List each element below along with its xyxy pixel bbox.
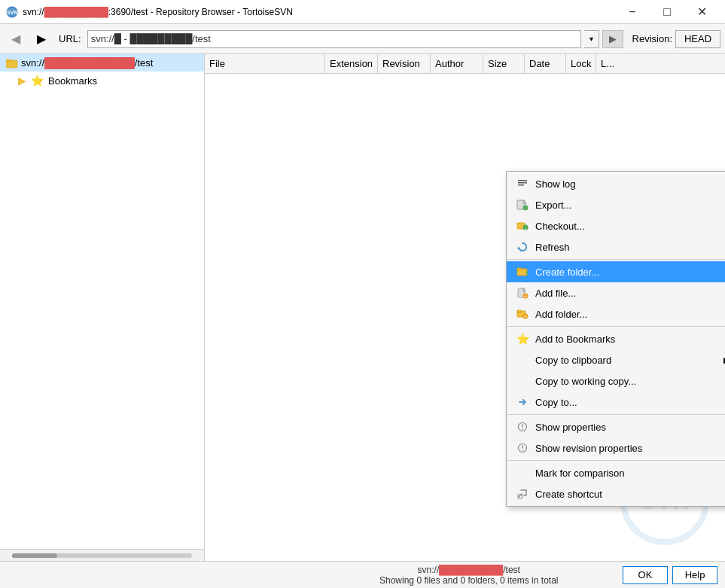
hscroll-track: [12, 553, 192, 558]
ctx-show-revision-props-label: Show revision properties: [535, 443, 642, 454]
ctx-separator-2: [507, 326, 725, 327]
context-menu: Show log ↓ Export... ↓ Checkout...: [506, 171, 725, 507]
title-bar-left: SVN svn://██████████:3690/test - Reposit…: [6, 6, 293, 18]
ctx-export-label: Export...: [535, 200, 571, 211]
help-button[interactable]: Help: [672, 566, 717, 584]
col-header-extension[interactable]: Extension: [325, 54, 378, 73]
col-header-date[interactable]: Date: [525, 54, 566, 73]
ctx-refresh[interactable]: Refresh: [507, 236, 725, 257]
ctx-copy-to[interactable]: Copy to...: [507, 391, 725, 413]
col-header-file[interactable]: File: [205, 54, 325, 73]
add-file-icon: +: [516, 286, 529, 300]
maximize-button[interactable]: □: [650, 0, 684, 24]
tree-view: svn://█████████████/test ▶ ⭐ Bookmarks: [0, 54, 204, 549]
svg-text:↓: ↓: [524, 225, 527, 230]
svg-text:+: +: [524, 293, 528, 300]
ctx-create-shortcut[interactable]: Create shortcut: [507, 483, 725, 504]
bookmarks-icon: ⭐: [516, 332, 529, 346]
ctx-checkout[interactable]: ↓ Checkout...: [507, 215, 725, 236]
ctx-add-bookmarks[interactable]: ⭐ Add to Bookmarks: [507, 328, 725, 349]
ctx-add-file-label: Add file...: [535, 288, 576, 299]
show-log-icon: [516, 177, 529, 190]
revision-label: Revision:: [632, 33, 672, 44]
mark-comparison-icon: [516, 466, 529, 480]
ctx-separator-1: [507, 259, 725, 260]
window-controls: − □ ✕: [615, 0, 719, 24]
ctx-create-folder[interactable]: + Create folder...: [507, 261, 725, 282]
tree-root-item[interactable]: svn://█████████████/test: [0, 54, 204, 72]
svg-text:SVN: SVN: [7, 10, 17, 15]
add-folder-icon: +: [516, 307, 529, 321]
checkout-icon: ↓: [516, 219, 529, 233]
chevron-down-icon: ▾: [589, 35, 593, 43]
create-shortcut-icon: [516, 487, 529, 501]
col-header-lock[interactable]: Lock: [566, 54, 596, 73]
copy-clipboard-icon: [516, 353, 529, 367]
status-bar: svn://██████████/test Showing 0 files an…: [0, 561, 725, 588]
hscroll-thumb: [12, 553, 57, 558]
bookmarks-item[interactable]: ▶ ⭐ Bookmarks: [0, 72, 204, 90]
ctx-mark-comparison-label: Mark for comparison: [535, 468, 624, 479]
col-header-more[interactable]: L...: [596, 54, 626, 73]
ctx-create-shortcut-label: Create shortcut: [535, 489, 602, 500]
forward-button[interactable]: ▶: [30, 29, 53, 50]
ctx-copy-working-label: Copy to working copy...: [535, 376, 636, 387]
ctx-export[interactable]: ↓ Export...: [507, 194, 725, 215]
svg-rect-7: [518, 182, 527, 184]
redacted-host: ██████████: [44, 7, 108, 17]
svg-text:+: +: [524, 313, 528, 320]
refresh-icon: [516, 240, 529, 254]
svg-text:+: +: [525, 269, 529, 277]
expand-icon: ▶: [18, 75, 26, 87]
title-bar: SVN svn://██████████:3690/test - Reposit…: [0, 0, 725, 24]
close-button[interactable]: ✕: [684, 0, 719, 24]
col-header-author[interactable]: Author: [431, 54, 483, 73]
ctx-add-folder-label: Add folder...: [535, 309, 587, 320]
status-info: Showing 0 files and 0 folders, 0 items i…: [315, 575, 623, 586]
ctx-add-folder[interactable]: + Add folder...: [507, 303, 725, 324]
col-header-size[interactable]: Size: [483, 54, 525, 73]
right-panel: File Extension Revision Author Size Date…: [205, 54, 725, 561]
ctx-add-bookmarks-label: Add to Bookmarks: [535, 334, 615, 345]
column-headers: File Extension Revision Author Size Date…: [205, 54, 725, 74]
app-icon: SVN: [6, 6, 18, 18]
ctx-show-revision-props[interactable]: Show revision properties: [507, 437, 725, 459]
copy-working-icon: [516, 374, 529, 388]
ctx-add-file[interactable]: + Add file...: [507, 282, 725, 303]
go-button[interactable]: ▶: [602, 30, 623, 48]
ctx-show-properties-label: Show properties: [535, 422, 606, 433]
svg-point-30: [522, 428, 523, 430]
show-revision-props-icon: [516, 441, 529, 455]
back-icon: ◀: [11, 32, 20, 46]
svg-rect-8: [518, 184, 524, 186]
toolbar: ◀ ▶ URL: ▾ ▶ Revision:: [0, 24, 725, 54]
left-panel-hscrollbar[interactable]: [0, 549, 204, 561]
ctx-show-properties[interactable]: Show properties: [507, 416, 725, 437]
status-text-area: svn://██████████/test Showing 0 files an…: [315, 565, 623, 586]
ctx-copy-working[interactable]: Copy to working copy...: [507, 370, 725, 391]
minimize-button[interactable]: −: [615, 0, 650, 24]
svg-text:↓: ↓: [525, 206, 527, 211]
svg-rect-3: [6, 59, 11, 62]
ctx-show-log[interactable]: Show log: [507, 173, 725, 194]
forward-icon: ▶: [37, 32, 46, 46]
folder-icon: [6, 58, 18, 69]
window-title: svn://██████████:3690/test - Repository …: [23, 7, 293, 17]
svg-marker-16: [517, 246, 520, 249]
svg-rect-6: [518, 180, 527, 181]
url-dropdown-button[interactable]: ▾: [584, 30, 599, 48]
ok-button[interactable]: OK: [623, 566, 668, 584]
ctx-copy-clipboard-label: Copy to clipboard: [535, 355, 611, 366]
ctx-mark-comparison[interactable]: Mark for comparison: [507, 462, 725, 483]
svg-marker-10: [523, 200, 527, 204]
url-label: URL:: [59, 33, 81, 44]
go-icon: ▶: [609, 33, 617, 44]
col-header-revision[interactable]: Revision: [378, 54, 431, 73]
create-folder-icon: +: [516, 265, 529, 279]
ctx-copy-clipboard[interactable]: Copy to clipboard ▶: [507, 349, 725, 370]
ctx-refresh-label: Refresh: [535, 242, 570, 253]
url-input[interactable]: [87, 30, 581, 48]
left-panel: svn://█████████████/test ▶ ⭐ Bookmarks: [0, 54, 205, 561]
back-button[interactable]: ◀: [5, 29, 27, 50]
revision-input[interactable]: [675, 30, 720, 48]
